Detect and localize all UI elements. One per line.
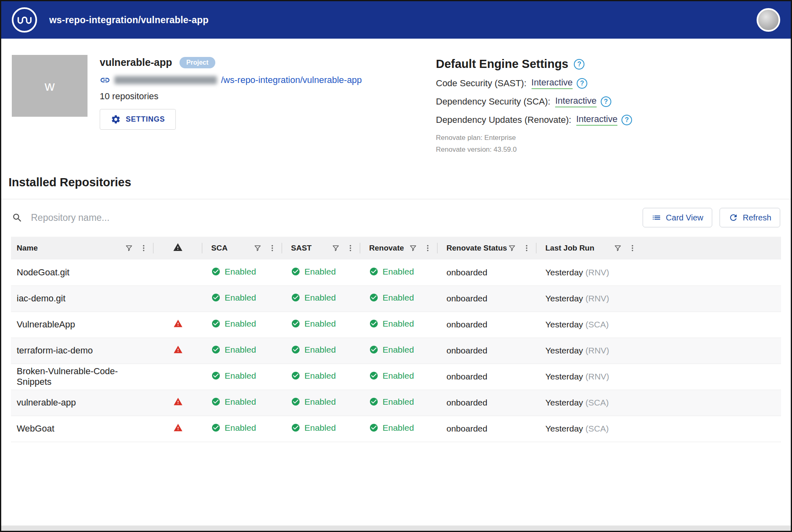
repo-name: NodeGoat.git xyxy=(11,259,153,286)
last-job-run: Yesterday (RNV) xyxy=(536,338,781,364)
table-row[interactable]: NodeGoat.git Enabled Enabled xyxy=(11,259,781,286)
table-row[interactable]: WebGoat Enabled Enabled xyxy=(11,416,781,442)
repository-url-link[interactable]: /ws-repo-integration/vulnerable-app xyxy=(100,75,362,85)
renovate-enabled-status: Enabled xyxy=(369,267,414,277)
sca-status: Enabled xyxy=(211,345,256,355)
column-header-last-job-run: Last Job Run xyxy=(545,244,594,253)
repo-name: WebGoat xyxy=(11,416,153,442)
sca-status: Enabled xyxy=(211,267,256,277)
sast-status: Enabled xyxy=(291,293,336,303)
sca-status: Enabled xyxy=(211,423,256,433)
renovate-status: onboarded xyxy=(438,312,536,338)
kebab-menu-icon[interactable] xyxy=(523,244,531,252)
search-icon xyxy=(12,212,23,223)
help-icon[interactable]: ? xyxy=(577,78,587,89)
search-input[interactable] xyxy=(31,212,635,223)
renovate-plan: Renovate plan: Enterprise xyxy=(436,134,780,142)
table-row[interactable]: terraform-iac-demo Enabled Enabled xyxy=(11,338,781,364)
table-row[interactable]: iac-demo.git Enabled Enabled xyxy=(11,286,781,312)
repositories-toolbar: Card View Refresh xyxy=(1,199,791,236)
kebab-menu-icon[interactable] xyxy=(268,244,276,252)
filter-icon[interactable] xyxy=(614,244,622,252)
table-row[interactable]: vulnerable-app Enabled Enabled xyxy=(11,390,781,416)
sast-setting-value-link[interactable]: Interactive xyxy=(532,77,573,89)
check-circle-icon xyxy=(211,371,221,380)
check-circle-icon xyxy=(369,293,378,302)
warning-icon[interactable] xyxy=(173,319,183,328)
check-circle-icon xyxy=(369,345,378,354)
sast-status: Enabled xyxy=(291,345,336,355)
kebab-menu-icon[interactable] xyxy=(140,244,148,252)
check-circle-icon xyxy=(291,293,300,302)
filter-icon[interactable] xyxy=(508,244,516,252)
table-row[interactable]: VulnerableApp Enabled Enabled xyxy=(11,312,781,338)
check-circle-icon xyxy=(369,423,378,432)
refresh-button[interactable]: Refresh xyxy=(720,208,780,227)
column-header-sast: SAST xyxy=(291,244,312,253)
sca-setting-value-link[interactable]: Interactive xyxy=(555,96,597,107)
help-icon[interactable]: ? xyxy=(574,59,584,70)
link-icon xyxy=(100,75,110,85)
renovate-status: onboarded xyxy=(438,390,536,416)
kebab-menu-icon[interactable] xyxy=(628,244,637,252)
kebab-menu-icon[interactable] xyxy=(346,244,354,252)
default-engine-settings-panel: Default Engine Settings ? Code Security … xyxy=(436,55,780,154)
mend-logo-icon xyxy=(12,7,37,33)
card-view-button[interactable]: Card View xyxy=(643,208,712,227)
renovate-status: onboarded xyxy=(438,416,536,442)
partial-next-row-strip xyxy=(1,525,791,531)
check-circle-icon xyxy=(291,423,300,432)
help-icon[interactable]: ? xyxy=(601,96,611,107)
kebab-menu-icon[interactable] xyxy=(424,244,432,252)
renovate-setting-value-link[interactable]: Interactive xyxy=(576,114,618,126)
top-navigation-bar: ws-repo-integration/vulnerable-app xyxy=(1,1,791,39)
renovate-enabled-status: Enabled xyxy=(369,371,414,381)
filter-icon[interactable] xyxy=(409,244,417,252)
last-job-run: Yesterday (RNV) xyxy=(536,364,781,390)
renovate-enabled-status: Enabled xyxy=(369,345,414,355)
check-circle-icon xyxy=(369,267,378,276)
user-avatar[interactable] xyxy=(757,8,780,32)
settings-button[interactable]: SETTINGS xyxy=(100,109,176,130)
gear-icon xyxy=(111,114,121,124)
check-circle-icon xyxy=(211,267,221,276)
renovate-enabled-status: Enabled xyxy=(369,293,414,303)
section-title-installed-repositories: Installed Repositories xyxy=(1,176,791,189)
check-circle-icon xyxy=(291,319,300,328)
warning-icon[interactable] xyxy=(173,397,183,406)
column-header-renovate: Renovate xyxy=(369,244,404,253)
sast-status: Enabled xyxy=(291,397,336,407)
sast-status: Enabled xyxy=(291,267,336,277)
help-icon[interactable]: ? xyxy=(621,115,632,125)
warning-icon[interactable] xyxy=(173,345,183,354)
sca-status: Enabled xyxy=(211,293,256,303)
check-circle-icon xyxy=(369,319,378,328)
column-header-sca: SCA xyxy=(211,244,228,253)
sast-status: Enabled xyxy=(291,371,336,381)
sca-status: Enabled xyxy=(211,319,256,329)
repo-name: VulnerableApp xyxy=(11,312,153,338)
warning-icon[interactable] xyxy=(173,423,183,432)
renovate-enabled-status: Enabled xyxy=(369,319,414,329)
list-view-icon xyxy=(652,213,661,222)
engine-settings-title: Default Engine Settings xyxy=(436,57,568,71)
refresh-label: Refresh xyxy=(743,213,771,222)
repo-name: iac-demo.git xyxy=(11,286,153,312)
column-header-renovate-status: Renovate Status xyxy=(446,244,507,253)
repo-name: vulnerable-app xyxy=(11,390,153,416)
renovate-enabled-status: Enabled xyxy=(369,423,414,433)
sast-status: Enabled xyxy=(291,319,336,329)
table-row[interactable]: Broken-Vulnerable-Code-Snippets Enabled … xyxy=(11,364,781,390)
page-title: vulnerable-app xyxy=(100,57,172,68)
filter-icon[interactable] xyxy=(125,244,133,252)
breadcrumb: ws-repo-integration/vulnerable-app xyxy=(49,15,208,26)
check-circle-icon xyxy=(291,397,300,406)
filter-icon[interactable] xyxy=(332,244,340,252)
table-header-row: Name xyxy=(11,237,781,259)
filter-icon[interactable] xyxy=(254,244,262,252)
check-circle-icon xyxy=(291,345,300,354)
project-header: w vulnerable-app Project /ws-repo-integr… xyxy=(1,39,791,154)
url-path-text: /ws-repo-integration/vulnerable-app xyxy=(221,75,362,85)
project-type-badge: Project xyxy=(179,57,215,68)
repositories-table: Name xyxy=(11,237,781,442)
